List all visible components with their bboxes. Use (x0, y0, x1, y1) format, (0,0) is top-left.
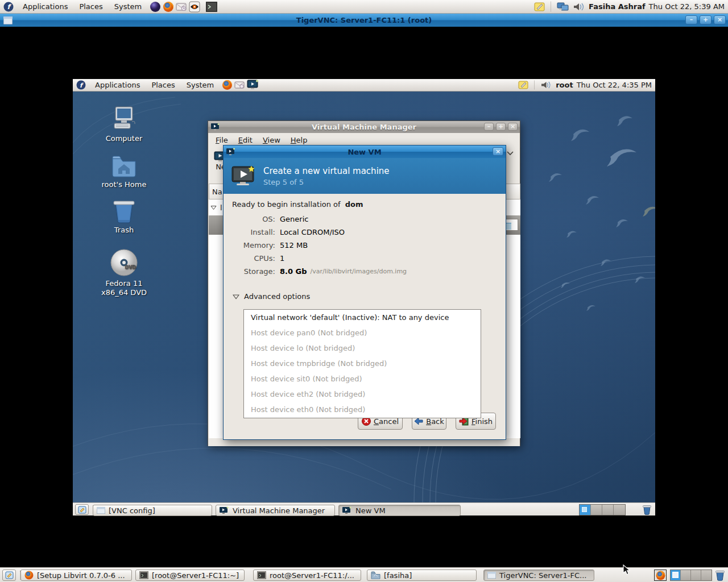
screen: f Applications Places System (0, 0, 728, 582)
taskbar-item-tigervnc[interactable]: TigerVNC: Server1-FC... (483, 569, 594, 581)
desktop-icon-label: Computer (98, 134, 150, 143)
taskbar-item-terminal-2[interactable]: root@Server1-FC11:/... (253, 569, 361, 581)
desktop-icon-computer[interactable]: Computer (98, 105, 150, 143)
desktop-icon-fedora-dvd[interactable]: DVD Fedora 11 x86_64 DVD (98, 250, 150, 297)
taskbar-item-label: root@Server1-FC11:/... (270, 571, 354, 580)
window-icon (97, 507, 105, 514)
mail-icon[interactable] (176, 2, 187, 12)
vmm-cpu-graph-cell (504, 219, 518, 231)
remote-username[interactable]: root (556, 81, 573, 89)
network-option: Host device tmpbridge (Not bridged) (244, 356, 481, 371)
chevron-down-icon (507, 151, 514, 156)
workspace-1[interactable] (671, 570, 681, 580)
minimize-button[interactable]: – (685, 15, 697, 24)
ready-text: Ready to begin installation of dom (232, 200, 363, 209)
trash-applet-icon[interactable] (714, 569, 726, 581)
workspace-2[interactable] (681, 570, 691, 580)
trash-applet-icon[interactable] (642, 504, 652, 515)
host-clock[interactable]: Thu Oct 22, 5:39 AM (649, 2, 725, 11)
vnc-window-icon (3, 16, 13, 24)
host-menu-applications[interactable]: Applications (17, 0, 73, 13)
taskbar-item-fasiha-folder[interactable]: [fasiha] (367, 569, 477, 581)
notes-icon[interactable] (534, 2, 545, 12)
maximize-button[interactable]: + (496, 123, 506, 131)
tigervnc-icon[interactable] (189, 1, 200, 13)
network-option[interactable]: Virtual network 'default' (Inactive): NA… (244, 310, 481, 325)
desktop-icon-roots-home[interactable]: root's Home (98, 151, 150, 189)
fedora-logo-icon[interactable]: f (3, 2, 14, 12)
desktop-icon-label: root's Home (98, 180, 150, 189)
maximize-button[interactable]: + (700, 15, 712, 24)
new-vm-titlebar[interactable]: New VM × (224, 146, 506, 158)
vmm-menu-file[interactable]: File (210, 136, 233, 144)
taskbar-item-vmm[interactable]: Virtual Machine Manager (216, 505, 335, 516)
vmm-host-row-label: l (220, 203, 222, 212)
remote-menu-places[interactable]: Places (146, 79, 180, 91)
workspace-switcher[interactable] (579, 504, 626, 516)
fedora-logo-icon[interactable]: f (76, 80, 86, 90)
expander-open-icon[interactable] (210, 205, 217, 210)
remote-desktop[interactable]: Computer root's Home Trash DVD (73, 92, 655, 502)
virt-manager-icon (211, 123, 220, 131)
volume-icon[interactable] (573, 2, 585, 12)
workspace-2[interactable] (591, 505, 602, 515)
taskbar-item-label: [root@Server1-FC11:~] (152, 571, 239, 580)
vmm-menu-view[interactable]: View (258, 136, 286, 144)
firefox-icon[interactable] (163, 1, 174, 13)
display-icon[interactable] (557, 2, 569, 12)
vmm-menu-help[interactable]: Help (286, 136, 313, 144)
host-menu-system[interactable]: System (109, 0, 147, 13)
vmm-titlebar[interactable]: Virtual Machine Manager – + × (208, 121, 520, 133)
taskbar-item-label: TigerVNC: Server1-FC... (499, 571, 587, 580)
workspace-switcher[interactable] (670, 569, 712, 581)
firefox-icon[interactable] (222, 80, 233, 90)
workspace-4[interactable] (614, 505, 625, 515)
remote-menu-applications[interactable]: Applications (89, 79, 146, 91)
summary-row-install: Install: Local CDROM/ISO (232, 226, 494, 239)
minimize-button[interactable]: – (484, 123, 494, 131)
remote-taskbar: [VNC config] Virtual Machine Manager New… (73, 502, 655, 516)
taskbar-item-new-vm[interactable]: New VM (338, 505, 461, 516)
vnc-window-titlebar[interactable]: TigerVNC: Server1-FC11:1 (root) – + × (0, 14, 728, 27)
workspace-1[interactable] (580, 505, 591, 515)
network-options-list[interactable]: Virtual network 'default' (Inactive): NA… (243, 309, 481, 418)
taskbar-item-label: [VNC config] (109, 506, 155, 515)
remote-clock[interactable]: Thu Oct 22, 4:35 PM (577, 81, 652, 89)
desktop-icon-label: Trash (98, 226, 150, 235)
host-username[interactable]: Fasiha Ashraf (589, 2, 646, 11)
eclipse-icon[interactable] (150, 1, 161, 13)
tray-firefox-icon[interactable] (654, 569, 667, 581)
show-desktop-button[interactable] (75, 504, 89, 515)
workspace-4[interactable] (701, 570, 712, 580)
taskbar-item-setup-libvirt[interactable]: [Setup Libvirt 0.7.0-6 ... (20, 569, 132, 581)
taskbar-item-terminal-1[interactable]: [root@Server1-FC11:~] (135, 569, 245, 581)
host-menu-places[interactable]: Places (73, 0, 108, 13)
virt-manager-icon[interactable] (247, 80, 259, 90)
show-desktop-button[interactable] (2, 569, 16, 581)
mail-icon[interactable] (234, 80, 245, 90)
new-vm-dialog[interactable]: New VM × Create a new virtual machine St… (223, 145, 506, 440)
close-icon[interactable]: × (493, 147, 503, 156)
new-vm-title: New VM (224, 148, 506, 156)
desktop-icon-trash[interactable]: Trash (98, 196, 150, 235)
show-desktop-icon (5, 571, 14, 579)
network-option: Host device eth2 (Not bridged) (244, 386, 481, 402)
taskbar-item-vnc-config[interactable]: [VNC config] (93, 505, 212, 516)
summary-label: Install: (232, 228, 275, 236)
network-option: Host device eth0 (Not bridged) (244, 402, 481, 417)
workspace-3[interactable] (691, 570, 701, 580)
summary-label: Memory: (232, 241, 275, 250)
advanced-options-expander[interactable]: Advanced options (233, 292, 310, 301)
remote-menu-system[interactable]: System (181, 79, 220, 91)
workspace-3[interactable] (602, 505, 614, 515)
vmm-host-row[interactable]: l (210, 201, 222, 215)
notes-icon[interactable] (518, 80, 529, 90)
volume-icon[interactable] (540, 80, 552, 90)
close-button[interactable]: × (508, 123, 518, 131)
vmm-menu-edit[interactable]: Edit (233, 136, 258, 144)
summary-value: 512 MB (280, 241, 308, 250)
vm-name: dom (345, 200, 363, 209)
close-button[interactable]: × (714, 15, 726, 24)
terminal-icon[interactable] (206, 2, 217, 12)
summary-value: 1 (280, 254, 284, 263)
